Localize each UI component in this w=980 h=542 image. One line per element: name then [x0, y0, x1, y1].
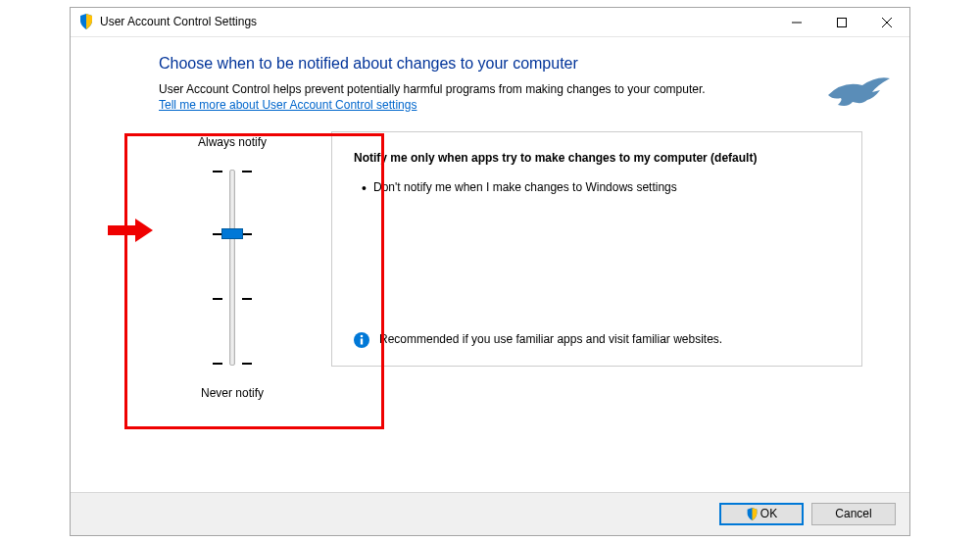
cancel-label: Cancel [835, 507, 871, 520]
slider-thumb[interactable] [221, 228, 243, 239]
uac-slider[interactable] [229, 170, 235, 366]
slider-tick [242, 363, 252, 365]
shield-icon [746, 508, 759, 520]
slider-tick [213, 363, 222, 365]
slider-label-bottom: Never notify [159, 386, 306, 400]
titlebar: User Account Control Settings [71, 8, 909, 37]
slider-track-area [159, 164, 306, 371]
window-title: User Account Control Settings [100, 15, 774, 28]
learn-more-link[interactable]: Tell me more about User Account Control … [159, 98, 416, 112]
content-area: Choose when to be notified about changes… [71, 37, 909, 400]
info-icon [354, 332, 369, 348]
arrow-annotation-icon [108, 219, 153, 245]
maximize-button[interactable] [819, 8, 864, 37]
slider-section: Always notify [159, 131, 306, 400]
svg-rect-4 [108, 225, 135, 235]
svg-point-7 [361, 334, 364, 337]
button-bar: OK Cancel [71, 492, 909, 535]
slider-tick [242, 171, 252, 172]
info-footer: Recommended if you use familiar apps and… [354, 331, 840, 348]
page-title: Choose when to be notified about changes… [159, 55, 862, 73]
slider-tick [242, 298, 252, 300]
slider-tick [242, 233, 252, 235]
slider-tick [213, 171, 222, 172]
info-title: Notify me only when apps try to make cha… [354, 150, 840, 167]
svg-marker-5 [135, 219, 153, 242]
minimize-button[interactable] [774, 8, 819, 37]
uac-settings-window: User Account Control Settings Choose whe… [70, 7, 910, 536]
description-text: User Account Control helps prevent poten… [159, 82, 862, 96]
svg-rect-1 [838, 18, 847, 26]
info-bullet: Don't notify me when I make changes to W… [354, 179, 840, 196]
recommendation-text: Recommended if you use familiar apps and… [379, 331, 722, 348]
info-panel: Notify me only when apps try to make cha… [331, 131, 862, 367]
ok-button[interactable]: OK [719, 503, 804, 525]
eagle-logo-icon [823, 71, 892, 120]
slider-tick [213, 298, 222, 300]
shield-icon [78, 14, 94, 29]
ok-label: OK [760, 507, 777, 520]
main-area: Always notify [159, 131, 862, 400]
close-button[interactable] [864, 8, 909, 37]
window-controls [774, 8, 909, 36]
svg-rect-8 [361, 338, 363, 344]
cancel-button[interactable]: Cancel [811, 503, 896, 525]
slider-label-top: Always notify [159, 135, 306, 149]
